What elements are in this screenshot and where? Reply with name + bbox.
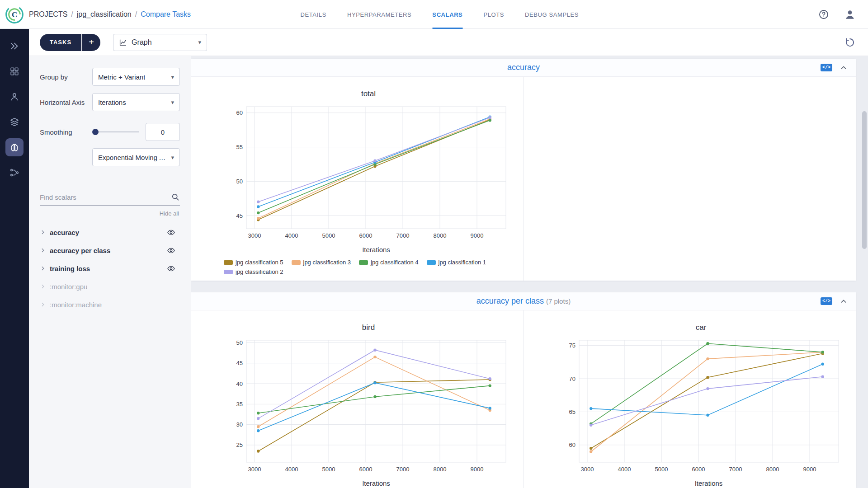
rail-datasets-icon[interactable] (5, 113, 24, 131)
plot-cell-empty (524, 77, 856, 281)
plot-cell: total 3000400050006000700080009000455055… (191, 77, 524, 281)
settings-panel: Group by Metric + Variant ▾ Horizontal A… (29, 56, 191, 488)
search-icon[interactable] (171, 192, 180, 202)
breadcrumb: PROJECTS / jpg_classification / Compare … (29, 0, 191, 28)
smoothing-slider[interactable] (92, 123, 139, 141)
smoothing-input[interactable] (146, 123, 180, 141)
smoothing-type-dropdown[interactable]: Exponential Moving Av... ▾ (92, 148, 180, 166)
profile-icon[interactable] (842, 6, 858, 23)
plot-bird: bird 30004000500060007000800090002530354… (224, 323, 513, 487)
chevron-right-icon[interactable] (40, 265, 46, 272)
line-chart-canvas[interactable]: 300040005000600070008000900060657075 (557, 337, 846, 479)
clearml-logo[interactable]: C (0, 0, 29, 28)
group-by-dropdown[interactable]: Metric + Variant ▾ (92, 68, 180, 86)
app-root: C PROJECTS / jpg_classification / Compar… (0, 0, 868, 488)
group-header: accuracy per class (7 plots) </> (191, 292, 856, 310)
plot-title: bird (224, 323, 513, 332)
legend-item[interactable]: jpg classification 5 (224, 259, 283, 266)
line-chart-canvas[interactable]: 300040005000600070008000900045505560 (224, 103, 513, 245)
view-mode-dropdown[interactable]: Graph ▾ (113, 34, 207, 51)
horizontal-axis-dropdown[interactable]: Iterations ▾ (92, 93, 180, 111)
legend-item[interactable]: jpg classification 3 (292, 259, 351, 266)
svg-text:5000: 5000 (655, 466, 668, 473)
smoothing-slider-thumb[interactable] (92, 129, 99, 135)
chevron-right-icon[interactable] (40, 301, 46, 308)
tasks-button[interactable]: TASKS (40, 34, 81, 51)
view-mode-value: Graph (132, 38, 151, 47)
group-title: accuracy per class (7 plots) (191, 296, 856, 306)
clearml-logo-icon: C (5, 5, 24, 24)
line-chart-canvas[interactable]: 3000400050006000700080009000253035404550 (224, 337, 513, 479)
chevron-down-icon: ▾ (171, 99, 174, 106)
metric-row-monitor-machine[interactable]: :monitor:machine (40, 296, 180, 314)
collapse-section-icon[interactable] (840, 297, 848, 305)
embed-code-icon[interactable]: </> (821, 297, 832, 305)
breadcrumb-project-name[interactable]: jpg_classification (77, 10, 132, 19)
svg-text:8000: 8000 (434, 232, 447, 239)
metric-label: :monitor:gpu (50, 283, 87, 291)
eye-icon[interactable] (167, 264, 175, 273)
collapse-section-icon[interactable] (840, 64, 848, 72)
plot-car: car 300040005000600070008000900060657075… (557, 323, 846, 487)
help-icon[interactable] (816, 6, 832, 23)
breadcrumb-projects[interactable]: PROJECTS (29, 10, 67, 19)
metric-row-monitor-gpu[interactable]: :monitor:gpu (40, 277, 180, 296)
breadcrumb-separator: / (71, 10, 73, 19)
chevron-right-icon[interactable] (40, 247, 46, 253)
scrollbar-thumb[interactable] (862, 111, 867, 249)
svg-text:60: 60 (236, 109, 243, 116)
plot-cell: car 300040005000600070008000900060657075… (524, 310, 856, 488)
metric-group-accuracy: accuracy </> total (191, 59, 856, 281)
tab-plots[interactable]: PLOTS (483, 0, 504, 29)
embed-code-icon[interactable]: </> (821, 64, 832, 71)
tab-details[interactable]: DETAILS (301, 0, 326, 29)
legend-swatch (224, 270, 233, 274)
chart-legend: jpg classification 5jpg classification 3… (224, 259, 513, 275)
scrollbar (862, 57, 867, 488)
chevron-right-icon[interactable] (40, 229, 46, 235)
svg-text:35: 35 (236, 401, 243, 408)
legend-label: jpg classification 4 (371, 259, 419, 266)
plot-xlabel: Iterations (557, 479, 846, 487)
rail-projects-icon[interactable] (5, 62, 24, 80)
legend-label: jpg classification 5 (236, 259, 283, 266)
metric-row-accuracy-per-class[interactable]: accuracy per class (40, 241, 180, 259)
svg-text:45: 45 (236, 360, 243, 366)
slider-track (92, 131, 139, 132)
add-task-button[interactable]: + (82, 34, 100, 51)
svg-text:60: 60 (569, 441, 575, 448)
rail-experiments-icon[interactable] (5, 138, 24, 156)
chevron-right-icon[interactable] (40, 283, 46, 290)
legend-label: jpg classification 1 (439, 259, 486, 266)
rail-pipelines-icon[interactable] (5, 164, 24, 182)
metric-label: accuracy per class (50, 247, 110, 254)
svg-text:45: 45 (236, 212, 243, 219)
plot-cell: bird 30004000500060007000800090002530354… (191, 310, 524, 488)
hide-all-link[interactable]: Hide all (40, 210, 179, 217)
chart-icon (119, 38, 127, 47)
legend-item[interactable]: jpg classification 4 (359, 259, 419, 266)
metric-row-accuracy[interactable]: accuracy (40, 223, 180, 241)
tab-scalars[interactable]: SCALARS (432, 0, 462, 29)
svg-text:9000: 9000 (803, 466, 816, 473)
plot-xlabel: Iterations (224, 246, 513, 253)
plot-title: car (557, 323, 846, 332)
eye-icon[interactable] (167, 246, 175, 255)
scalar-search-input[interactable] (40, 193, 171, 201)
legend-item[interactable]: jpg classification 1 (427, 259, 486, 266)
tab-hyperparameters[interactable]: HYPERPARAMETERS (347, 0, 411, 29)
metric-row-training-loss[interactable]: training loss (40, 259, 180, 277)
plot-xlabel: Iterations (224, 479, 513, 487)
group-plots-note: (7 plots) (546, 297, 571, 305)
tab-debug-samples[interactable]: DEBUG SAMPLES (525, 0, 579, 29)
rail-workers-icon[interactable] (5, 88, 24, 106)
auto-refresh-icon[interactable] (842, 34, 858, 51)
legend-item[interactable]: jpg classification 2 (224, 268, 283, 275)
svg-text:70: 70 (569, 375, 575, 382)
side-rail (0, 29, 29, 488)
eye-icon[interactable] (167, 228, 175, 237)
rail-getting-started-icon[interactable] (5, 37, 24, 55)
svg-text:30: 30 (236, 421, 243, 428)
legend-label: jpg classification 2 (236, 268, 283, 275)
breadcrumb-page: Compare Tasks (141, 10, 191, 19)
